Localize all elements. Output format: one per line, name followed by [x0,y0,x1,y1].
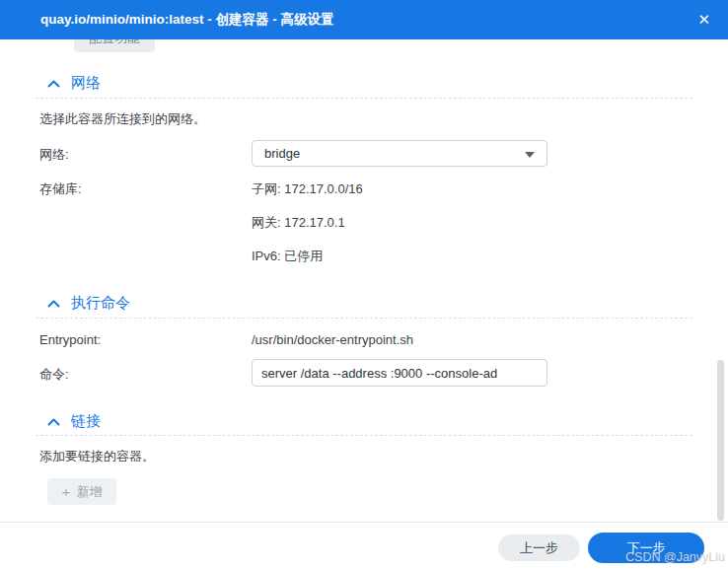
chevron-down-icon [525,152,535,163]
section-header-command[interactable]: 执行命令 [47,294,130,313]
command-label: 命令: [39,366,69,384]
close-icon[interactable]: ✕ [697,0,710,39]
dialog-titlebar: quay.io/minio/minio:latest - 创建容器 - 高级设置… [0,0,728,39]
section-divider [36,435,692,436]
gateway-value: 网关: 172.17.0.1 [252,214,345,232]
add-link-button[interactable]: + 新增 [47,478,116,505]
chevron-up-icon [47,80,60,88]
plus-icon: + [62,484,71,499]
entrypoint-label: Entrypoint: [39,332,101,347]
command-input[interactable] [252,359,547,387]
network-label: 网络: [39,146,69,164]
links-description: 添加要链接的容器。 [39,448,155,465]
footer-divider [0,522,728,523]
section-header-links[interactable]: 链接 [47,412,101,431]
ipv6-value: IPv6: 已停用 [252,248,323,265]
scrollbar-thumb[interactable] [717,360,724,521]
watermark: CSDN @JanvyLiu [625,550,725,564]
section-divider [36,318,692,319]
repository-label: 存储库: [39,180,82,198]
section-divider [36,98,692,99]
section-header-network[interactable]: 网络 [47,74,101,93]
section-title-network: 网络 [71,74,101,93]
subnet-value: 子网: 172.17.0.0/16 [252,180,363,198]
dialog-title: quay.io/minio/minio:latest - 创建容器 - 高级设置 [0,0,728,39]
entrypoint-value: /usr/bin/docker-entrypoint.sh [252,332,413,347]
network-description: 选择此容器所连接到的网络。 [39,110,206,128]
chevron-up-icon [47,300,60,308]
network-select[interactable]: bridge [252,140,547,167]
add-link-button-label: 新增 [76,483,102,501]
network-select-value: bridge [253,141,546,166]
chevron-up-icon [47,418,60,426]
section-title-links: 链接 [71,412,101,431]
advanced-settings-dialog: 配置功能 quay.io/minio/minio:latest - 创建容器 -… [0,0,728,571]
section-title-command: 执行命令 [71,294,130,313]
previous-step-button[interactable]: 上一步 [498,535,580,561]
